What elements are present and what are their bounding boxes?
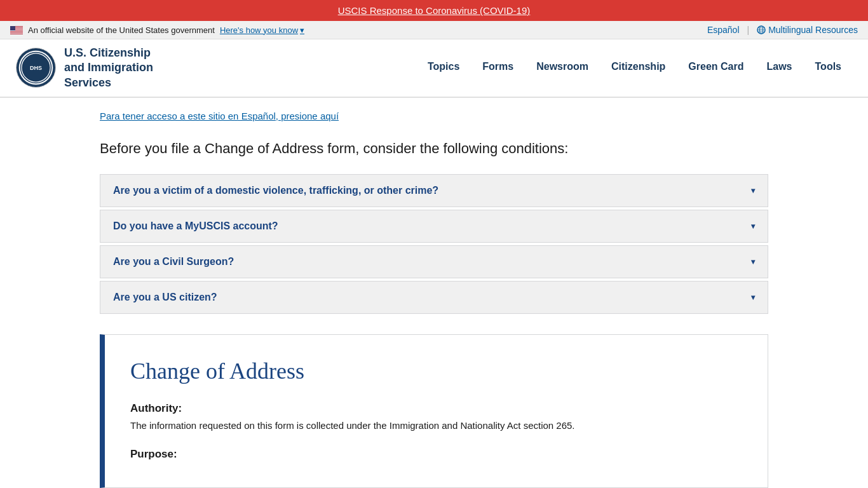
accordion-myuscis-button[interactable]: Do you have a MyUSCIS account? ▾ [100, 210, 768, 242]
nav-tools[interactable]: Tools [804, 39, 853, 97]
main-nav: Topics Forms Newsroom Citizenship Green … [416, 39, 853, 97]
spanish-link[interactable]: Para tener acceso a este sitio en Españo… [100, 111, 768, 121]
alert-link[interactable]: USCIS Response to Coronavirus (COVID-19) [338, 5, 531, 16]
authority-text: The information requested on this form i… [130, 419, 742, 433]
accordion-us-citizen-button[interactable]: Are you a US citizen? ▾ [100, 281, 768, 313]
multilingual-link[interactable]: Multilingual Resources [757, 25, 858, 35]
nav-forms[interactable]: Forms [471, 39, 525, 97]
chevron-icon: ▾ [751, 293, 755, 302]
accordion-domestic-violence-button[interactable]: Are you a victim of a domestic violence,… [100, 175, 768, 207]
nav-topics[interactable]: Topics [416, 39, 471, 97]
gov-bar: An official website of the United States… [0, 21, 868, 39]
nav-newsroom[interactable]: Newsroom [525, 39, 600, 97]
authority-label: Authority: [130, 402, 742, 415]
how-you-know-link[interactable]: Here's how you know ▾ [220, 25, 304, 35]
globe-icon [757, 25, 766, 34]
nav-green-card[interactable]: Green Card [677, 39, 755, 97]
nav-laws[interactable]: Laws [756, 39, 804, 97]
chevron-down-icon: ▾ [300, 25, 304, 35]
chevron-icon: ▾ [751, 222, 755, 231]
svg-rect-7 [10, 26, 15, 30]
chevron-icon: ▾ [751, 186, 755, 195]
accordion-us-citizen: Are you a US citizen? ▾ [100, 281, 768, 314]
divider: | [747, 25, 750, 35]
accordion-civil-surgeon-button[interactable]: Are you a Civil Surgeon? ▾ [100, 246, 768, 278]
site-header: DHS U.S. Citizenship and Immigration Ser… [0, 39, 868, 98]
svg-rect-4 [10, 30, 23, 31]
dhs-seal-icon: DHS [15, 47, 57, 88]
accordion-domestic-violence: Are you a victim of a domestic violence,… [100, 174, 768, 207]
nav-citizenship[interactable]: Citizenship [600, 39, 677, 97]
alert-banner: USCIS Response to Coronavirus (COVID-19) [0, 0, 868, 21]
form-card-title: Change of Address [130, 358, 742, 384]
official-text: An official website of the United States… [28, 25, 215, 35]
purpose-label: Purpose: [130, 448, 742, 461]
gov-bar-right: Español | Multilingual Resources [707, 25, 858, 35]
us-flag-icon [10, 26, 23, 34]
espanol-link[interactable]: Español [707, 25, 740, 35]
svg-text:DHS: DHS [30, 65, 42, 71]
svg-rect-6 [10, 33, 23, 34]
intro-text: Before you file a Change of Address form… [100, 139, 768, 159]
gov-bar-left: An official website of the United States… [10, 25, 304, 35]
form-card: Change of Address Authority: The informa… [100, 334, 768, 488]
accordion-civil-surgeon: Are you a Civil Surgeon? ▾ [100, 245, 768, 278]
chevron-icon: ▾ [751, 257, 755, 266]
site-logo[interactable]: DHS U.S. Citizenship and Immigration Ser… [15, 46, 153, 90]
logo-text: U.S. Citizenship and Immigration Service… [64, 46, 153, 90]
main-content: Para tener acceso a este sitio en Españo… [85, 98, 783, 488]
svg-rect-5 [10, 32, 23, 32]
accordion-myuscis: Do you have a MyUSCIS account? ▾ [100, 210, 768, 243]
